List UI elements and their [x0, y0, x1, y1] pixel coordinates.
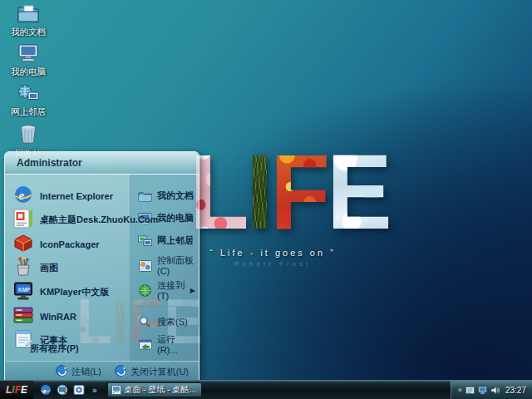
life-letter-f: F [270, 139, 327, 244]
life-letter-e: E [327, 139, 389, 244]
desktop-icon-list: 我的文档 我的电脑 网上邻居 回收站 [5, 4, 52, 160]
start-menu-header: Administrator [5, 152, 199, 175]
wallpaper-life-art: L I F E “ Life - it goes on ” Robert Fro… [190, 143, 356, 268]
svg-text:e: e [19, 188, 25, 201]
start-menu-item-iconpackager[interactable]: IconPackager [5, 232, 130, 256]
start-menu-item-winrar[interactable]: WinRAR [5, 304, 130, 328]
start-menu-item-run[interactable]: 运行(R)... [131, 333, 199, 356]
log-off-button[interactable]: 注销(L) [56, 365, 101, 378]
input-method-tray-icon[interactable] [466, 386, 475, 395]
connect-to-icon [138, 284, 152, 297]
search-icon [138, 316, 152, 328]
display-tray-icon[interactable] [478, 386, 487, 395]
start-menu-item-zhuoku-theme[interactable]: 桌酷主题Desk.ZhuoKu.Com [5, 208, 130, 232]
quick-launch-overflow-chevron[interactable]: » [90, 386, 100, 395]
task-button-wallpaper-window[interactable]: 桌面 - 壁纸 - 桌酷壁... [107, 382, 202, 397]
desktop-icon-my-computer[interactable]: 我的电脑 [5, 44, 52, 78]
log-off-icon [56, 365, 67, 378]
start-menu-item-kmplayer[interactable]: KMP KMPlayer中文版 [5, 280, 130, 304]
start-menu-item-internet-explorer[interactable]: e Internet Explorer [5, 184, 130, 208]
task-window-icon [111, 385, 121, 395]
recycle-bin-icon [18, 124, 38, 147]
turn-off-icon [115, 365, 126, 378]
start-menu-item-connect-to[interactable]: 连接到(T) ▶ [131, 279, 199, 302]
submenu-arrow-icon: ▶ [190, 287, 195, 294]
start-menu-item-search[interactable]: 搜索(S) [131, 311, 199, 333]
start-menu-pinned-list: e Internet Explorer 桌酷主题Desk.ZhuoKu.Com … [5, 175, 131, 361]
start-menu-item-network-places[interactable]: 网上邻居 [131, 229, 199, 252]
my-documents-icon [17, 4, 39, 26]
network-places-small-icon [138, 235, 152, 247]
zhuoku-theme-icon [13, 209, 33, 232]
volume-tray-icon[interactable] [490, 386, 500, 395]
quick-launch-bar: e » [33, 381, 104, 399]
user-name: Administrator [17, 157, 82, 169]
life-letter-i: I [246, 139, 270, 244]
desktop-icon-label: 我的文档 [11, 27, 46, 38]
start-menu-item-control-panel[interactable]: 控制面板(C) [131, 252, 199, 279]
iconpackager-icon [13, 233, 33, 256]
start-menu-item-paint[interactable]: 画图 [5, 256, 130, 280]
start-menu-footer: 注销(L) 关闭计算机(U) [5, 361, 199, 382]
paint-icon [13, 257, 33, 280]
system-tray: « 23:27 [451, 381, 532, 399]
kmplayer-icon: KMP [13, 281, 33, 304]
my-documents-small-icon [138, 190, 152, 202]
show-desktop-icon[interactable] [57, 384, 68, 396]
ie-quick-launch-icon[interactable]: e [40, 384, 52, 396]
desktop-icon-label: 网上邻居 [11, 106, 46, 118]
svg-text:e: e [43, 387, 47, 395]
network-places-icon [17, 84, 39, 106]
all-programs-button[interactable]: 所有程序(P) [30, 342, 79, 355]
svg-text:KMP: KMP [18, 286, 31, 292]
wallpaper-quote-author: Robert Frost [190, 260, 356, 268]
desktop-icon-label: 我的电脑 [11, 66, 46, 78]
desktop-icon-my-documents[interactable]: 我的文档 [5, 4, 52, 38]
start-menu-item-my-documents[interactable]: 我的文档 [131, 185, 199, 207]
start-menu-body: e Internet Explorer 桌酷主题Desk.ZhuoKu.Com … [5, 175, 199, 361]
start-menu-places-list: 我的文档 我的电脑 网上邻居 控制面板(C) 连接到(T) ▶ [131, 175, 199, 361]
start-menu: Administrator e Internet Explorer 桌酷主题De… [4, 151, 200, 382]
wallpaper-life-letters: L I F E [190, 143, 356, 241]
winrar-icon [13, 305, 33, 328]
control-panel-icon [138, 260, 152, 272]
media-player-icon[interactable] [73, 384, 85, 396]
desktop: 我的文档 我的电脑 网上邻居 回收站 L I F E “ Life - it g… [0, 0, 532, 399]
run-icon [138, 339, 152, 350]
internet-explorer-icon: e [13, 185, 33, 208]
menu-separator [137, 306, 192, 307]
tray-collapse-chevron[interactable]: « [458, 386, 462, 394]
start-button[interactable]: LIFE [0, 381, 33, 399]
taskbar-clock[interactable]: 23:27 [505, 386, 526, 395]
taskbar: LIFE e » 桌面 - 壁纸 - 桌酷壁... « 23:27 [0, 380, 532, 399]
my-computer-icon [17, 44, 39, 66]
desktop-icon-network-places[interactable]: 网上邻居 [5, 84, 52, 118]
turn-off-computer-button[interactable]: 关闭计算机(U) [115, 365, 189, 378]
